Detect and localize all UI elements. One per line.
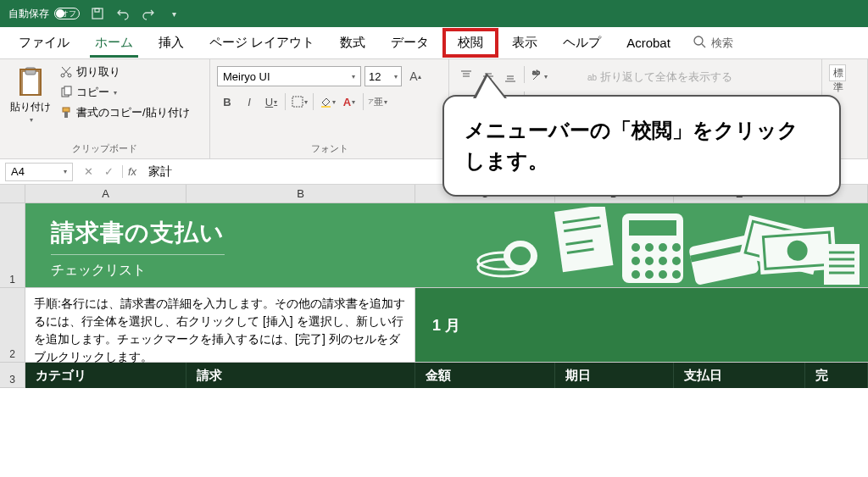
search-label: 検索 bbox=[711, 36, 733, 51]
row-2: 2 手順:各行には、請求書の詳細を入力します。その他の請求書を追加するには、行全… bbox=[0, 288, 868, 363]
svg-line-3 bbox=[702, 44, 705, 47]
format-painter-button[interactable]: 書式のコピー/貼り付け bbox=[58, 103, 192, 122]
svg-rect-46 bbox=[554, 207, 613, 272]
svg-rect-0 bbox=[92, 8, 103, 19]
row-header-3[interactable]: 3 bbox=[0, 363, 25, 388]
callout-text: メニューバーの「校閲」をクリックします。 bbox=[465, 119, 798, 172]
bold-button[interactable]: B bbox=[217, 92, 237, 112]
fx-button[interactable]: fx bbox=[122, 165, 142, 178]
wrap-text-button[interactable]: ab 折り返して全体を表示する bbox=[584, 66, 736, 88]
svg-point-57 bbox=[632, 257, 640, 265]
svg-point-56 bbox=[672, 243, 681, 252]
underline-button[interactable]: U▾ bbox=[261, 92, 281, 112]
svg-point-61 bbox=[632, 270, 640, 279]
svg-text:ab: ab bbox=[532, 69, 540, 76]
name-box[interactable]: A4▾ bbox=[5, 163, 73, 181]
svg-rect-52 bbox=[629, 220, 676, 236]
cut-label: 切り取り bbox=[76, 64, 120, 80]
header-due[interactable]: 期日 bbox=[555, 363, 674, 388]
border-button[interactable]: ▾ bbox=[289, 92, 309, 112]
svg-point-62 bbox=[645, 270, 654, 279]
header-paid[interactable]: 支払日 bbox=[674, 363, 805, 388]
banner-cell[interactable]: 請求書の支払い チェックリスト bbox=[25, 203, 868, 288]
cancel-icon[interactable]: ✕ bbox=[78, 162, 98, 182]
svg-point-55 bbox=[659, 243, 667, 252]
paste-label: 貼り付け bbox=[10, 100, 51, 114]
scissors-icon bbox=[59, 65, 73, 79]
redo-icon[interactable] bbox=[141, 6, 156, 21]
tab-formulas[interactable]: 数式 bbox=[328, 28, 377, 58]
tab-page-layout[interactable]: ページ レイアウト bbox=[198, 28, 326, 58]
qat-dropdown-icon[interactable]: ▾ bbox=[166, 6, 181, 21]
header-bill[interactable]: 請求 bbox=[186, 363, 415, 388]
header-amount[interactable]: 金額 bbox=[415, 363, 555, 388]
svg-point-45 bbox=[510, 247, 531, 265]
banner-illustration bbox=[250, 203, 868, 287]
svg-point-53 bbox=[632, 243, 640, 252]
ribbon-tabs: ファイル ホーム 挿入 ページ レイアウト 数式 データ 校閲 表示 ヘルプ A… bbox=[0, 27, 868, 59]
header-category[interactable]: カテゴリ bbox=[25, 363, 186, 388]
tab-insert[interactable]: 挿入 bbox=[147, 28, 196, 58]
fill-color-button[interactable]: ▾ bbox=[317, 92, 337, 112]
save-icon[interactable] bbox=[90, 6, 105, 21]
search-box[interactable]: 検索 bbox=[693, 35, 733, 51]
svg-rect-12 bbox=[64, 86, 71, 95]
font-color-button[interactable]: A▾ bbox=[339, 92, 359, 112]
instructions-cell[interactable]: 手順:各行には、請求書の詳細を入力します。その他の請求書を追加するには、行全体を… bbox=[25, 288, 415, 363]
svg-point-60 bbox=[672, 257, 681, 265]
tab-home[interactable]: ホーム bbox=[83, 28, 145, 58]
tab-view[interactable]: 表示 bbox=[500, 28, 549, 58]
row-header-2[interactable]: 2 bbox=[0, 288, 25, 363]
font-name-select[interactable]: Meiryo UI▾ bbox=[217, 66, 361, 86]
tab-acrobat[interactable]: Acrobat bbox=[615, 29, 682, 57]
worksheet: 1 請求書の支払い チェックリスト bbox=[0, 203, 868, 388]
svg-rect-1 bbox=[95, 8, 99, 12]
autosave-label: 自動保存 bbox=[8, 7, 49, 21]
toggle-switch[interactable]: オフ bbox=[54, 8, 80, 19]
svg-point-58 bbox=[645, 257, 654, 265]
instruction-callout: メニューバーの「校閲」をクリックします。 bbox=[442, 95, 841, 197]
italic-button[interactable]: I bbox=[239, 92, 259, 112]
format-painter-label: 書式のコピー/貼り付け bbox=[76, 105, 190, 120]
font-group-label: フォント bbox=[217, 141, 442, 155]
svg-rect-14 bbox=[64, 112, 68, 118]
search-icon bbox=[693, 35, 706, 51]
month-cell[interactable]: 1 月 bbox=[415, 288, 805, 363]
clipboard-group-label: クリップボード bbox=[7, 141, 203, 155]
svg-point-63 bbox=[659, 270, 667, 279]
month-cell-2[interactable] bbox=[805, 288, 868, 363]
autosave-toggle[interactable]: 自動保存 オフ bbox=[8, 7, 80, 21]
tab-data[interactable]: データ bbox=[379, 28, 441, 58]
col-header-a[interactable]: A bbox=[25, 185, 186, 202]
svg-point-59 bbox=[659, 257, 667, 265]
col-header-b[interactable]: B bbox=[186, 185, 415, 202]
group-font: Meiryo UI▾ 12▾ A▴ B I U▾ ▾ ▾ A▾ ア亜▾ フォント bbox=[210, 59, 449, 158]
paste-button[interactable]: 貼り付け ▾ bbox=[7, 63, 54, 141]
svg-rect-15 bbox=[292, 97, 303, 107]
number-format-select[interactable]: 標準 bbox=[829, 64, 846, 81]
undo-icon[interactable] bbox=[115, 6, 131, 21]
tab-review[interactable]: 校閲 bbox=[442, 28, 498, 58]
svg-rect-13 bbox=[63, 108, 70, 112]
row-header-1[interactable]: 1 bbox=[0, 203, 25, 288]
font-size-select[interactable]: 12▾ bbox=[364, 66, 402, 86]
svg-rect-16 bbox=[321, 106, 331, 108]
brush-icon bbox=[59, 106, 73, 119]
copy-button[interactable]: コピー ▾ bbox=[58, 83, 192, 102]
increase-font-icon[interactable]: A▴ bbox=[405, 66, 426, 86]
orientation-icon[interactable]: ab▾ bbox=[528, 66, 548, 86]
tab-help[interactable]: ヘルプ bbox=[551, 28, 613, 58]
copy-icon bbox=[59, 86, 73, 99]
svg-point-2 bbox=[694, 36, 703, 45]
tab-file[interactable]: ファイル bbox=[7, 28, 81, 58]
svg-point-54 bbox=[645, 243, 654, 252]
enter-icon[interactable]: ✓ bbox=[98, 162, 119, 182]
header-done[interactable]: 完 bbox=[805, 363, 868, 388]
select-all-corner[interactable] bbox=[0, 185, 25, 202]
copy-label: コピー bbox=[76, 85, 109, 100]
title-bar: 自動保存 オフ ▾ bbox=[0, 0, 868, 27]
banner-title: 請求書の支払い bbox=[51, 217, 225, 255]
group-clipboard: 貼り付け ▾ 切り取り コピー ▾ 書式のコピー/貼り付け クリップボード bbox=[0, 59, 210, 158]
phonetic-button[interactable]: ア亜▾ bbox=[367, 92, 387, 112]
cut-button[interactable]: 切り取り bbox=[58, 63, 192, 81]
